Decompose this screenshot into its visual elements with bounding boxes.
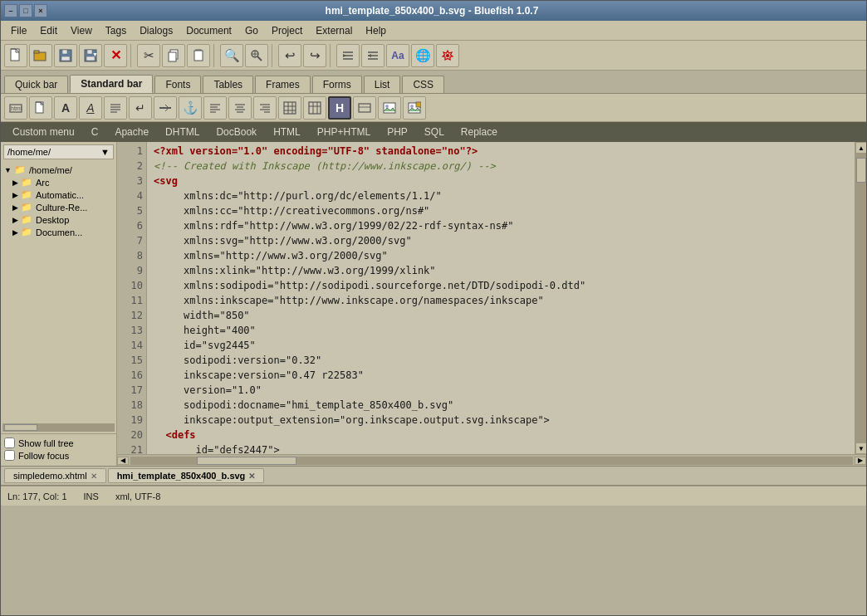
cm-sql[interactable]: SQL	[416, 125, 453, 139]
close-tab-icon[interactable]: ✕	[248, 472, 255, 481]
tree-item-documents[interactable]: ▶ 📁 Documen...	[2, 226, 115, 238]
maximize-button[interactable]: □	[19, 4, 32, 17]
tree-item-arc[interactable]: ▶ 📁 Arc	[2, 176, 115, 188]
scroll-left-button[interactable]: ◀	[117, 457, 129, 465]
code-editor[interactable]: <?xml version="1.0" encoding="UTF-8" sta…	[147, 142, 855, 454]
tab-frames[interactable]: Frames	[255, 76, 311, 93]
svg-text:html: html	[11, 105, 22, 111]
scroll-up-button[interactable]: ▲	[855, 142, 866, 154]
save-button[interactable]	[54, 44, 77, 67]
browser-preview-button[interactable]: 🌐	[411, 44, 434, 67]
cut-button[interactable]: ✂	[137, 44, 160, 67]
hscroll-track[interactable]	[130, 457, 853, 465]
menu-project[interactable]: Project	[265, 23, 309, 38]
tab-quickbar[interactable]: Quick bar	[4, 76, 68, 93]
menu-external[interactable]: External	[309, 23, 359, 38]
indent-button[interactable]	[336, 44, 360, 67]
bottom-tabbar: simpledemo.xhtml ✕ hmi_template_850x400_…	[1, 466, 866, 486]
menu-edit[interactable]: Edit	[33, 23, 64, 38]
follow-focus-row: Follow focus	[4, 450, 113, 461]
cm-c[interactable]: C	[83, 125, 107, 139]
cm-docbook[interactable]: DocBook	[208, 125, 265, 139]
open-file-button[interactable]	[29, 44, 52, 67]
tree-item-desktop[interactable]: ▶ 📁 Desktop	[2, 213, 115, 226]
cm-php[interactable]: PHP	[379, 125, 416, 139]
tab-list[interactable]: List	[364, 76, 401, 93]
scroll-down-button[interactable]: ▼	[855, 442, 866, 454]
copy-button[interactable]	[162, 44, 185, 67]
tree-item-culture[interactable]: ▶ 📁 Culture-Re...	[2, 201, 115, 213]
undo-button[interactable]: ↩	[278, 44, 301, 67]
menu-go[interactable]: Go	[238, 23, 265, 38]
align-right-button[interactable]	[253, 96, 277, 120]
linebreak-button[interactable]: ↵	[129, 96, 152, 120]
tab-fonts[interactable]: Fonts	[154, 76, 201, 93]
tree-item-home[interactable]: ▼ 📁 /home/me/	[2, 164, 115, 176]
svg-rect-64	[384, 103, 395, 113]
menu-help[interactable]: Help	[359, 23, 393, 38]
save-as-button[interactable]: ▼	[79, 44, 102, 67]
heading-button[interactable]: H	[328, 96, 351, 120]
redo-button[interactable]: ↪	[303, 44, 326, 67]
unindent-button[interactable]	[361, 44, 385, 67]
menu-dialogs[interactable]: Dialogs	[133, 23, 179, 38]
cm-dhtml[interactable]: DHTML	[157, 125, 208, 139]
main-area: /home/me/ ▼ ▼ 📁 /home/me/ ▶ 📁 Arc ▶ 📁 Au	[1, 142, 866, 466]
menu-file[interactable]: File	[4, 23, 33, 38]
new-file-button[interactable]	[4, 44, 27, 67]
horizontal-scrollbar[interactable]: ◀ ▶	[117, 454, 866, 466]
preferences-button[interactable]	[436, 44, 459, 67]
custom-menubar: Custom menu C Apache DHTML DocBook HTML …	[1, 122, 866, 142]
vertical-scrollbar[interactable]: ▲ ▼	[855, 142, 866, 454]
paste-button[interactable]	[187, 44, 210, 67]
html-tag-button[interactable]: html	[4, 96, 27, 120]
hscroll-thumb[interactable]	[197, 457, 296, 465]
cm-html[interactable]: HTML	[265, 125, 309, 139]
scroll-track[interactable]	[855, 154, 866, 442]
menu-tags[interactable]: Tags	[99, 23, 133, 38]
close-button[interactable]: ×	[34, 4, 47, 17]
italic-button[interactable]: A	[79, 96, 102, 120]
window-controls-left: – □ ×	[1, 4, 47, 17]
editor: 1 2 3 4 5 6 7 8 9 10 11 12 13 14 15 16 1	[117, 142, 866, 466]
paragraph-button[interactable]	[104, 96, 127, 120]
tree-item-automatic[interactable]: ▶ 📁 Automatic...	[2, 188, 115, 201]
tab-standardbar[interactable]: Standard bar	[70, 75, 153, 93]
sidebar-hscroll[interactable]	[2, 423, 115, 432]
menu-document[interactable]: Document	[179, 23, 238, 38]
scroll-thumb[interactable]	[856, 158, 866, 183]
cm-phphtml[interactable]: PHP+HTML	[309, 125, 379, 139]
insert-image2-button[interactable]	[403, 96, 426, 120]
tab-forms[interactable]: Forms	[312, 76, 362, 93]
align-center-button[interactable]	[228, 96, 252, 120]
table2-button[interactable]	[303, 96, 326, 120]
file-tab-label: hmi_template_850x400_b.svg	[117, 471, 246, 481]
advanced-find-button[interactable]	[245, 44, 268, 67]
cm-apache[interactable]: Apache	[106, 125, 157, 139]
cm-custommenu[interactable]: Custom menu	[4, 125, 83, 139]
tab-tables[interactable]: Tables	[203, 76, 253, 93]
minimize-button[interactable]: –	[4, 4, 17, 17]
menu-view[interactable]: View	[64, 23, 99, 38]
find-button[interactable]: 🔍	[220, 44, 243, 67]
cm-replace[interactable]: Replace	[453, 125, 506, 139]
file-tab-simpledemo[interactable]: simpledemo.xhtml ✕	[4, 468, 106, 483]
align-left-button[interactable]	[203, 96, 227, 120]
scroll-right-button[interactable]: ▶	[855, 457, 866, 465]
line-num: 5	[120, 203, 143, 218]
spellcheck-button[interactable]: Aa	[386, 44, 409, 67]
path-selector[interactable]: /home/me/ ▼	[3, 144, 114, 159]
table-button[interactable]	[278, 96, 301, 120]
anchor-button[interactable]: ⚓	[179, 96, 202, 120]
block-button[interactable]	[353, 96, 376, 120]
insert-image-button[interactable]	[378, 96, 401, 120]
close-tab-icon[interactable]: ✕	[91, 472, 97, 481]
follow-focus-checkbox[interactable]	[4, 450, 15, 461]
bold-button[interactable]: A	[54, 96, 77, 120]
show-full-tree-checkbox[interactable]	[4, 438, 15, 448]
tab-css[interactable]: CSS	[402, 76, 444, 93]
new-doc-button[interactable]	[29, 96, 52, 120]
close-file-button[interactable]: ✕	[104, 44, 127, 67]
hr-button[interactable]	[154, 96, 177, 120]
file-tab-hmi[interactable]: hmi_template_850x400_b.svg ✕	[108, 468, 265, 483]
